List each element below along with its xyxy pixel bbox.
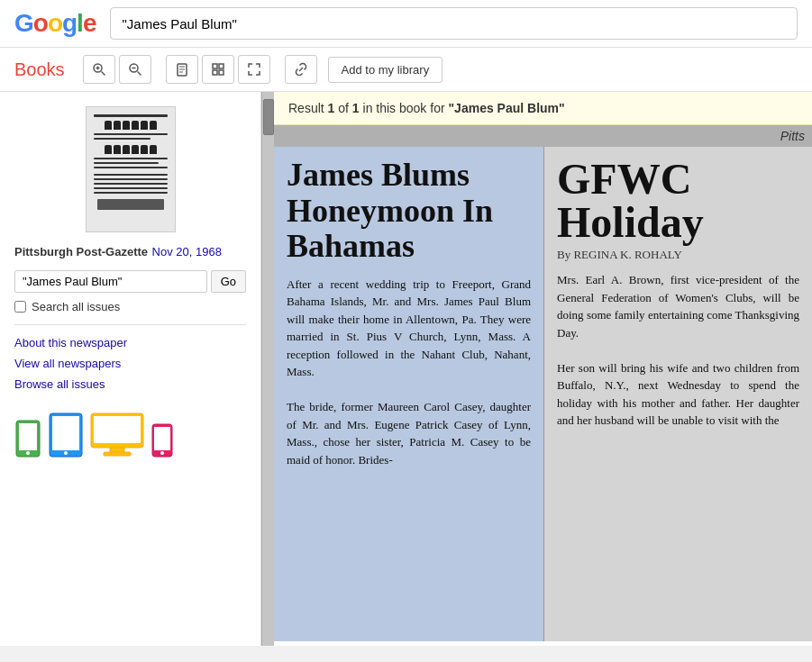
content-area: Result 1 of 1 in this book for "James Pa… [261, 92, 812, 646]
result-text-prefix: Result [288, 101, 328, 115]
search-all-row: Search all issues [14, 300, 246, 313]
browse-all-issues-link[interactable]: Browse all issues [14, 377, 246, 391]
paper-top-text: Pitts [780, 129, 805, 143]
svg-point-17 [26, 451, 30, 455]
svg-rect-13 [213, 70, 217, 75]
gfwc-byline: By REGINA K. ROHALY [557, 248, 799, 262]
search-all-label[interactable]: Search all issues [32, 300, 120, 313]
svg-rect-14 [219, 70, 224, 75]
svg-rect-16 [19, 423, 37, 450]
newspaper-view: Result 1 of 1 in this book for "James Pa… [274, 92, 812, 646]
search-all-checkbox[interactable] [14, 301, 26, 313]
newspaper-info: Pittsburgh Post-Gazette Nov 20, 1968 [14, 243, 246, 259]
result-total: 1 [352, 101, 360, 115]
article-headline: James Blums Honeymoon In Bahamas [287, 158, 531, 265]
page-thumbnail [86, 106, 176, 232]
grid-view-button[interactable] [202, 55, 234, 84]
zoom-in-icon [92, 62, 106, 77]
article-right: GFWC Holiday By REGINA K. ROHALY Mrs. Ea… [544, 147, 812, 641]
svg-point-20 [64, 451, 68, 455]
tablet-icon [49, 413, 83, 458]
newspaper-name: Pittsburgh Post-Gazette [14, 245, 148, 258]
newspaper-date: Nov 20, 1968 [152, 245, 222, 258]
paper-body: James Blums Honeymoon In Bahamas After a… [274, 147, 812, 641]
books-title: Books [14, 59, 65, 80]
svg-rect-12 [219, 64, 224, 68]
header: Google [0, 0, 812, 48]
fullscreen-button[interactable] [238, 55, 270, 84]
scroll-thumb[interactable] [263, 99, 274, 135]
view-all-newspapers-link[interactable]: View all newspapers [14, 357, 246, 370]
add-library-button[interactable]: Add to my library [328, 57, 443, 83]
gfwc-headline: GFWC Holiday [557, 158, 799, 244]
scrollbar[interactable] [261, 92, 274, 646]
result-banner: Result 1 of 1 in this book for "James Pa… [274, 92, 812, 125]
svg-rect-11 [213, 64, 217, 68]
svg-rect-24 [104, 452, 131, 456]
result-text-suffix: in this book for [360, 101, 449, 115]
phone-icon [14, 420, 41, 458]
result-text-middle: of [334, 101, 351, 115]
link-button[interactable] [285, 55, 317, 84]
svg-point-27 [160, 451, 164, 455]
sidebar-divider [14, 324, 246, 325]
google-logo: Google [14, 9, 96, 38]
zoom-out-icon [128, 62, 142, 77]
svg-line-5 [137, 72, 141, 76]
go-button[interactable]: Go [211, 270, 246, 293]
newspaper-content: Pitts James Blums Honeymoon In Bahamas A… [274, 125, 812, 641]
search-input[interactable] [110, 7, 798, 40]
svg-line-1 [101, 72, 105, 76]
monitor-icon [90, 413, 144, 458]
svg-rect-26 [154, 427, 170, 450]
toolbar: Books [0, 48, 812, 92]
fullscreen-icon [247, 62, 261, 77]
sidebar-search-form: Go [14, 270, 246, 293]
svg-rect-23 [110, 448, 124, 452]
thumbnail-container [14, 106, 246, 232]
paper-top-banner: Pitts [274, 125, 812, 147]
device-icons [14, 405, 246, 465]
main-layout: Pittsburgh Post-Gazette Nov 20, 1968 Go … [0, 92, 812, 646]
svg-rect-19 [52, 416, 79, 450]
article-body: After a recent wedding trip to Freeport,… [287, 276, 531, 469]
issue-search-input[interactable] [14, 270, 207, 293]
svg-rect-22 [94, 416, 141, 443]
zoom-out-button[interactable] [119, 55, 151, 84]
sidebar: Pittsburgh Post-Gazette Nov 20, 1968 Go … [0, 92, 261, 646]
single-page-icon [175, 62, 189, 77]
gfwc-body: Mrs. Earl A. Brown, first vice-president… [557, 271, 799, 430]
grid-icon [211, 62, 225, 77]
small-phone-icon [151, 423, 173, 458]
zoom-in-button[interactable] [83, 55, 115, 84]
link-icon [294, 62, 308, 77]
article-left: James Blums Honeymoon In Bahamas After a… [274, 147, 544, 641]
result-query: "James Paul Blum" [448, 101, 564, 115]
single-page-button[interactable] [166, 55, 198, 84]
about-newspaper-link[interactable]: About this newspaper [14, 336, 246, 349]
